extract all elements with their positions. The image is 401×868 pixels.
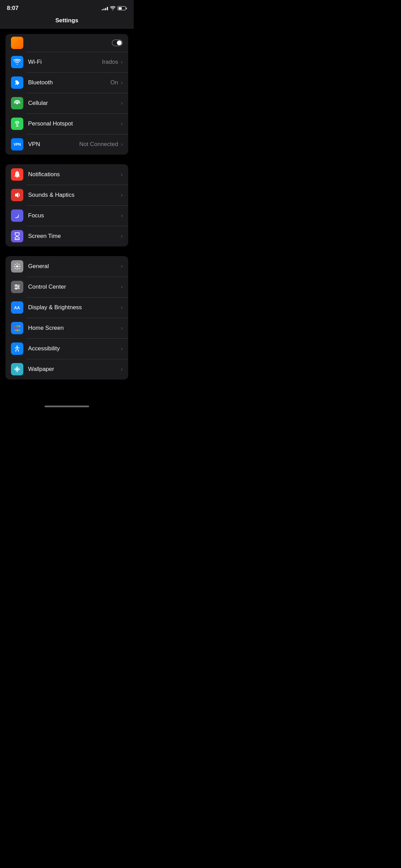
home-indicator <box>45 406 89 407</box>
cellular-icon <box>11 97 23 109</box>
notifications-label: Notifications <box>28 171 120 178</box>
wifi-icon <box>11 56 23 68</box>
bluetooth-value: On <box>110 79 118 86</box>
status-bar: 8:07 <box>0 0 134 14</box>
svg-rect-2 <box>16 126 19 126</box>
partial-icon <box>11 37 23 49</box>
svg-point-29 <box>14 369 16 370</box>
screen-time-label: Screen Time <box>28 233 120 240</box>
notifications-row[interactable]: Notifications › <box>5 164 128 185</box>
wallpaper-row[interactable]: Wallpaper › <box>5 359 128 379</box>
signal-bars-icon <box>102 6 108 10</box>
svg-marker-4 <box>15 192 18 198</box>
home-screen-chevron: › <box>121 325 123 331</box>
sounds-chevron: › <box>121 192 123 198</box>
svg-rect-19 <box>14 327 16 329</box>
focus-icon <box>11 209 23 222</box>
display-brightness-row[interactable]: AA Display & Brightness › <box>5 297 128 318</box>
vpn-chevron: › <box>121 141 123 147</box>
sounds-haptics-row[interactable]: Sounds & Haptics › <box>5 185 128 205</box>
svg-point-1 <box>16 124 18 125</box>
svg-point-30 <box>19 369 20 370</box>
home-screen-icon <box>11 322 23 334</box>
bluetooth-label: Bluetooth <box>28 79 110 86</box>
notifications-icon <box>11 168 23 181</box>
screen-time-chevron: › <box>121 233 123 239</box>
svg-point-0 <box>16 102 18 104</box>
svg-point-5 <box>16 265 18 267</box>
control-center-chevron: › <box>121 284 123 290</box>
bluetooth-row[interactable]: Bluetooth On › <box>5 72 128 93</box>
general-row[interactable]: General › <box>5 256 128 277</box>
bluetooth-icon <box>11 76 23 89</box>
control-center-label: Control Center <box>28 284 120 290</box>
home-indicator-bar <box>0 403 134 413</box>
svg-text:AA: AA <box>14 305 20 310</box>
wifi-status-icon <box>110 6 116 10</box>
accessibility-row[interactable]: Accessibility › <box>5 338 128 359</box>
display-icon: AA <box>11 301 23 314</box>
wifi-value: Irados <box>102 59 118 65</box>
display-label: Display & Brightness <box>28 304 120 311</box>
wifi-row[interactable]: Wi-Fi Irados › <box>5 52 128 72</box>
control-center-row[interactable]: Control Center › <box>5 277 128 297</box>
general-chevron: › <box>121 263 123 269</box>
general-label: General <box>28 263 120 270</box>
general-icon <box>11 260 23 273</box>
bluetooth-chevron: › <box>121 80 123 86</box>
svg-rect-16 <box>14 325 16 327</box>
vpn-row[interactable]: VPN VPN Not Connected › <box>5 134 128 155</box>
navigation-bar: Settings <box>0 14 134 28</box>
status-icons <box>102 6 127 10</box>
status-time: 8:07 <box>7 5 19 12</box>
screen-time-icon <box>11 230 23 242</box>
hotspot-icon <box>11 118 23 130</box>
accessibility-label: Accessibility <box>28 345 120 352</box>
svg-rect-18 <box>19 325 20 327</box>
sounds-icon <box>11 189 23 201</box>
svg-point-27 <box>16 366 18 368</box>
wallpaper-label: Wallpaper <box>28 366 120 373</box>
battery-icon <box>118 6 127 10</box>
svg-rect-20 <box>16 327 18 329</box>
wallpaper-chevron: › <box>121 366 123 372</box>
focus-row[interactable]: Focus › <box>5 205 128 226</box>
home-screen-row[interactable]: Home Screen › <box>5 318 128 338</box>
home-screen-label: Home Screen <box>28 325 120 331</box>
vpn-value: Not Connected <box>79 141 118 148</box>
screen-time-row[interactable]: Screen Time › <box>5 226 128 246</box>
personal-hotspot-row[interactable]: Personal Hotspot › <box>5 113 128 134</box>
wifi-label: Wi-Fi <box>28 59 102 65</box>
cellular-row[interactable]: Cellular › <box>5 93 128 113</box>
cellular-chevron: › <box>121 100 123 106</box>
vpn-label: VPN <box>28 141 79 148</box>
toggle-partial[interactable] <box>112 39 123 46</box>
display-chevron: › <box>121 304 123 311</box>
svg-point-28 <box>16 371 18 372</box>
wallpaper-icon <box>11 363 23 375</box>
svg-rect-17 <box>16 325 18 327</box>
general-group: General › Control Center <box>5 256 128 379</box>
page-title: Settings <box>55 17 78 24</box>
settings-content: Wi-Fi Irados › Bluetooth On › <box>0 34 134 403</box>
svg-rect-22 <box>14 329 16 331</box>
svg-rect-23 <box>16 329 18 331</box>
svg-point-25 <box>16 346 18 347</box>
focus-chevron: › <box>121 213 123 219</box>
hotspot-chevron: › <box>121 121 123 127</box>
focus-label: Focus <box>28 212 120 219</box>
sounds-label: Sounds & Haptics <box>28 192 120 198</box>
vpn-icon: VPN <box>11 138 23 150</box>
svg-rect-24 <box>19 329 20 331</box>
svg-rect-3 <box>17 171 17 172</box>
notifications-chevron: › <box>121 171 123 178</box>
accessibility-chevron: › <box>121 346 123 352</box>
svg-rect-21 <box>19 327 20 329</box>
network-group: Wi-Fi Irados › Bluetooth On › <box>5 34 128 155</box>
cellular-label: Cellular <box>28 100 120 107</box>
partial-top-row[interactable] <box>5 34 128 52</box>
accessibility-icon <box>11 342 23 355</box>
notifications-group: Notifications › Sounds & Haptics › F <box>5 164 128 246</box>
wifi-chevron: › <box>121 59 123 65</box>
hotspot-label: Personal Hotspot <box>28 120 120 127</box>
